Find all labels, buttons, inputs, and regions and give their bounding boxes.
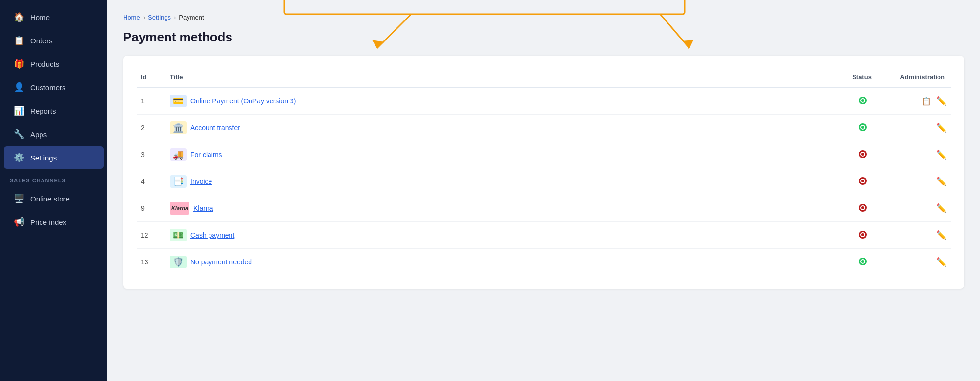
edit-icon[interactable]: ✏️ [936,230,947,241]
row-id: 1 [137,88,166,115]
row-admin: ✏️ [892,195,951,222]
row-id: 13 [137,249,166,276]
sidebar-label-orders: Orders [30,37,53,45]
payment-title-link[interactable]: Klarna [193,204,213,212]
payment-table: Id Title Status Administration 1 💳 Onlin… [137,69,951,275]
status-dot [859,231,867,239]
sidebar-item-online-store[interactable]: 🖥️ Online store [4,187,104,210]
row-title: 🛡️ No payment needed [166,249,834,276]
breadcrumb: Home › Settings › Payment [123,14,964,21]
row-admin: ✏️ [892,141,951,168]
settings-icon: ⚙️ [14,152,24,163]
sidebar-item-apps[interactable]: 🔧 Apps [4,123,104,145]
truck-icon: 🚚 [170,148,187,161]
table-row: 13 🛡️ No payment needed ✏️ [137,249,951,276]
main-content: Home › Settings › Payment Payment method… [107,0,980,381]
row-status [834,168,892,195]
payment-methods-card: Id Title Status Administration 1 💳 Onlin… [123,56,964,289]
sidebar-label-home: Home [30,13,50,21]
sidebar-label-customers: Customers [30,83,66,92]
row-id: 4 [137,168,166,195]
sidebar-label-products: Products [30,60,59,68]
sidebar-item-reports[interactable]: 📊 Reports [4,100,104,122]
table-row: 12 💵 Cash payment ✏️ [137,222,951,249]
edit-icon[interactable]: ✏️ [936,176,947,187]
row-status [834,249,892,276]
price-index-icon: 📢 [14,217,24,227]
sidebar-item-price-index[interactable]: 📢 Price index [4,211,104,233]
table-row: 4 📑 Invoice ✏️ [137,168,951,195]
breadcrumb-home[interactable]: Home [123,14,140,21]
copy-icon[interactable]: 📋 [921,97,931,106]
status-dot [859,258,867,265]
payment-title-link[interactable]: Cash payment [190,231,234,239]
row-title: Klarna Klarna [166,195,834,222]
col-header-administration: Administration [892,69,951,88]
sidebar-item-home[interactable]: 🏠 Home [4,6,104,28]
row-status [834,141,892,168]
row-id: 12 [137,222,166,249]
status-dot [859,177,867,185]
home-icon: 🏠 [14,12,24,22]
table-row: 1 💳 Online Payment (OnPay version 3) 📋 ✏… [137,88,951,115]
sidebar-item-orders[interactable]: 📋 Orders [4,29,104,52]
sidebar: 🏠 Home 📋 Orders 🎁 Products 👤 Customers 📊… [0,0,107,381]
row-title: 🚚 For claims [166,141,834,168]
sidebar-label-settings: Settings [30,154,57,162]
row-id: 3 [137,141,166,168]
status-dot [859,150,867,158]
reports-icon: 📊 [14,105,24,116]
status-dot [859,97,867,104]
row-status [834,195,892,222]
sidebar-label-reports: Reports [30,107,56,115]
row-title: 💳 Online Payment (OnPay version 3) [166,88,834,115]
col-header-title: Title [166,69,834,88]
klarna-logo: Klarna [170,202,189,215]
edit-icon[interactable]: ✏️ [936,203,947,214]
breadcrumb-settings[interactable]: Settings [148,14,171,21]
status-dot [859,204,867,212]
breadcrumb-current: Payment [179,14,204,21]
payment-title-link[interactable]: Invoice [190,178,212,185]
payment-title-link[interactable]: Online Payment (OnPay version 3) [190,97,296,105]
sidebar-label-apps: Apps [30,130,47,139]
row-status [834,115,892,141]
row-status [834,88,892,115]
col-header-status: Status [834,69,892,88]
payment-title-link[interactable]: No payment needed [190,258,252,266]
edit-icon[interactable]: ✏️ [936,122,947,133]
status-dot [859,123,867,131]
cash-icon: 💵 [170,229,187,241]
customers-icon: 👤 [14,82,24,93]
row-status [834,222,892,249]
row-id: 9 [137,195,166,222]
page-title: Payment methods [123,30,964,45]
breadcrumb-sep-1: › [143,14,145,21]
apps-icon: 🔧 [14,129,24,140]
payment-title-link[interactable]: For claims [190,151,222,159]
row-admin: ✏️ [892,115,951,141]
row-title: 🏛️ Account transfer [166,115,834,141]
sidebar-item-settings[interactable]: ⚙️ Settings [4,146,104,169]
online-store-icon: 🖥️ [14,193,24,204]
edit-icon[interactable]: ✏️ [936,96,947,106]
svg-rect-0 [284,0,685,14]
row-id: 2 [137,115,166,141]
sales-channels-label: SALES CHANNELS [0,170,107,186]
sidebar-item-products[interactable]: 🎁 Products [4,53,104,75]
orders-icon: 📋 [14,35,24,46]
col-header-id: Id [137,69,166,88]
products-icon: 🎁 [14,59,24,69]
row-admin: ✏️ [892,249,951,276]
breadcrumb-sep-2: › [174,14,176,21]
edit-icon[interactable]: ✏️ [936,149,947,160]
sidebar-label-online-store: Online store [30,195,70,203]
edit-icon[interactable]: ✏️ [936,257,947,267]
table-row: 9 Klarna Klarna ✏️ [137,195,951,222]
sidebar-item-customers[interactable]: 👤 Customers [4,76,104,99]
table-row: 3 🚚 For claims ✏️ [137,141,951,168]
row-admin: ✏️ [892,222,951,249]
row-title: 📑 Invoice [166,168,834,195]
payment-title-link[interactable]: Account transfer [190,124,240,132]
online-icon: 💳 [170,95,187,107]
